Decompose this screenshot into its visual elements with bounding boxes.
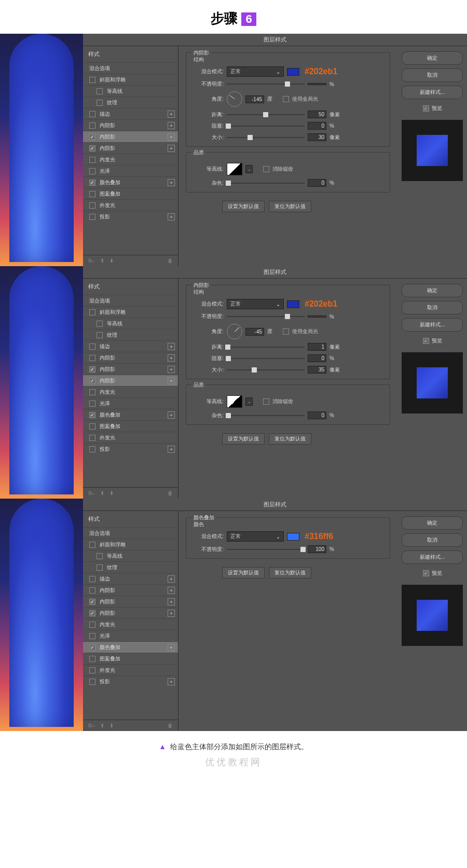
style-row[interactable]: ✓ 内阴影 ＋ xyxy=(83,375,178,386)
add-effect-icon[interactable]: ＋ xyxy=(168,598,175,605)
opacity-slider[interactable] xyxy=(227,549,305,550)
checkbox-icon[interactable]: ✓ xyxy=(89,180,95,186)
preview-toggle[interactable]: ✓预览 xyxy=(423,337,442,345)
style-row[interactable]: 斜面和浮雕 xyxy=(83,539,178,550)
cancel-button[interactable]: 取消 xyxy=(402,68,463,82)
style-row[interactable]: 内阴影 ＋ xyxy=(83,119,178,131)
checkbox-icon[interactable] xyxy=(89,587,95,594)
style-row[interactable]: ✓ 内阴影 ＋ xyxy=(83,607,178,618)
style-row[interactable]: 内阴影 ＋ xyxy=(83,352,178,363)
fx-icon[interactable]: fx₊ xyxy=(88,723,95,728)
angle-value[interactable]: -145 xyxy=(245,95,264,103)
checkbox-icon[interactable] xyxy=(97,321,103,327)
preview-toggle[interactable]: ✓预览 xyxy=(423,570,442,577)
add-effect-icon[interactable]: ＋ xyxy=(168,111,175,118)
contour-dropdown[interactable]: ⌄ xyxy=(245,165,253,173)
cancel-button[interactable]: 取消 xyxy=(402,301,463,314)
distance-slider[interactable] xyxy=(227,347,305,348)
distance-value[interactable]: 50 xyxy=(308,111,326,118)
style-row[interactable]: ✓ 颜色叠加 ＋ xyxy=(83,641,178,653)
add-effect-icon[interactable]: ＋ xyxy=(168,575,175,583)
style-row[interactable]: 等高线 xyxy=(83,318,178,329)
style-row[interactable]: ✓ 内阴影 ＋ xyxy=(83,363,178,375)
checkbox-icon[interactable] xyxy=(89,122,95,129)
trash-icon[interactable]: 🗑 xyxy=(168,258,173,264)
opacity-value[interactable] xyxy=(308,83,326,85)
choke-value[interactable]: 0 xyxy=(308,354,326,362)
checkbox-icon[interactable] xyxy=(89,168,95,174)
down-arrow-icon[interactable]: ⬇ xyxy=(109,490,114,496)
checkbox-icon[interactable] xyxy=(89,309,95,315)
add-effect-icon[interactable]: ＋ xyxy=(168,411,175,419)
up-arrow-icon[interactable]: ⬆ xyxy=(100,723,104,728)
style-row[interactable]: ✓ 内阴影 ＋ xyxy=(83,596,178,607)
style-row[interactable]: 光泽 xyxy=(83,630,178,641)
checkbox-icon[interactable]: ✓ xyxy=(89,366,95,373)
add-effect-icon[interactable]: ＋ xyxy=(168,343,175,350)
style-row[interactable]: ✓ 颜色叠加 ＋ xyxy=(83,176,178,188)
opacity-value[interactable] xyxy=(308,315,326,318)
add-effect-icon[interactable]: ＋ xyxy=(168,179,175,186)
blending-options-row[interactable]: 混合选项 xyxy=(83,62,178,74)
checkbox-icon[interactable]: ✓ xyxy=(89,378,95,384)
new-style-button[interactable]: 新建样式... xyxy=(402,86,463,99)
style-row[interactable]: 纹理 xyxy=(83,97,178,108)
style-row[interactable]: 纹理 xyxy=(83,329,178,340)
set-default-button[interactable]: 设置为默认值 xyxy=(222,201,265,212)
trash-icon[interactable]: 🗑 xyxy=(168,490,173,496)
style-row[interactable]: 图案叠加 xyxy=(83,188,178,199)
add-effect-icon[interactable]: ＋ xyxy=(168,678,175,685)
color-swatch[interactable] xyxy=(287,68,299,76)
noise-value[interactable]: 0 xyxy=(308,411,326,419)
reset-default-button[interactable]: 复位为默认值 xyxy=(269,201,311,212)
checkbox-icon[interactable] xyxy=(89,157,95,163)
up-arrow-icon[interactable]: ⬆ xyxy=(100,490,104,496)
opacity-value[interactable]: 100 xyxy=(308,545,326,553)
checkbox-icon[interactable] xyxy=(89,343,95,350)
style-row[interactable]: 等高线 xyxy=(83,85,178,97)
checkbox-icon[interactable]: ✓ xyxy=(89,134,95,140)
checkbox-icon[interactable]: ✓ xyxy=(89,610,95,616)
angle-dial[interactable] xyxy=(227,324,242,339)
add-effect-icon[interactable]: ＋ xyxy=(168,587,175,594)
global-light-checkbox[interactable] xyxy=(283,96,289,102)
preview-toggle[interactable]: ✓预览 xyxy=(423,105,442,112)
blending-options-row[interactable]: 混合选项 xyxy=(83,527,178,539)
checkbox-icon[interactable]: ✓ xyxy=(89,644,95,651)
angle-value[interactable]: -45 xyxy=(245,328,264,336)
style-row[interactable]: 内发光 xyxy=(83,386,178,397)
style-row[interactable]: 描边 ＋ xyxy=(83,573,178,584)
size-slider[interactable] xyxy=(227,137,305,138)
checkbox-icon[interactable] xyxy=(89,77,95,83)
size-value[interactable]: 30 xyxy=(308,133,326,141)
new-style-button[interactable]: 新建样式... xyxy=(402,318,463,332)
checkbox-icon[interactable] xyxy=(89,423,95,430)
style-row[interactable]: 外发光 xyxy=(83,199,178,211)
checkbox-icon[interactable] xyxy=(89,191,95,197)
style-row[interactable]: 描边 ＋ xyxy=(83,340,178,352)
distance-value[interactable]: 1 xyxy=(308,343,326,351)
ok-button[interactable]: 确定 xyxy=(402,516,463,530)
trash-icon[interactable]: 🗑 xyxy=(168,723,173,728)
up-arrow-icon[interactable]: ⬆ xyxy=(100,258,104,264)
choke-slider[interactable] xyxy=(227,126,305,127)
add-effect-icon[interactable]: ＋ xyxy=(168,122,175,129)
choke-slider[interactable] xyxy=(227,358,305,359)
add-effect-icon[interactable]: ＋ xyxy=(168,213,175,221)
opacity-slider[interactable] xyxy=(227,84,305,85)
checkbox-icon[interactable] xyxy=(97,100,103,106)
checkbox-icon[interactable] xyxy=(89,667,95,673)
style-row[interactable]: 斜面和浮雕 xyxy=(83,74,178,85)
style-row[interactable]: ✓ 内阴影 ＋ xyxy=(83,131,178,142)
angle-dial[interactable] xyxy=(227,91,242,107)
style-row[interactable]: 投影 ＋ xyxy=(83,211,178,222)
contour-dropdown[interactable]: ⌄ xyxy=(245,397,253,406)
down-arrow-icon[interactable]: ⬇ xyxy=(109,258,114,264)
antialias-checkbox[interactable] xyxy=(263,166,269,172)
checkbox-icon[interactable] xyxy=(89,622,95,628)
checkbox-icon[interactable] xyxy=(89,576,95,582)
contour-swatch[interactable] xyxy=(227,163,242,175)
style-row[interactable]: 外发光 xyxy=(83,664,178,676)
blend-mode-select[interactable]: 正常⌄ xyxy=(227,299,284,309)
color-swatch[interactable] xyxy=(287,533,299,541)
